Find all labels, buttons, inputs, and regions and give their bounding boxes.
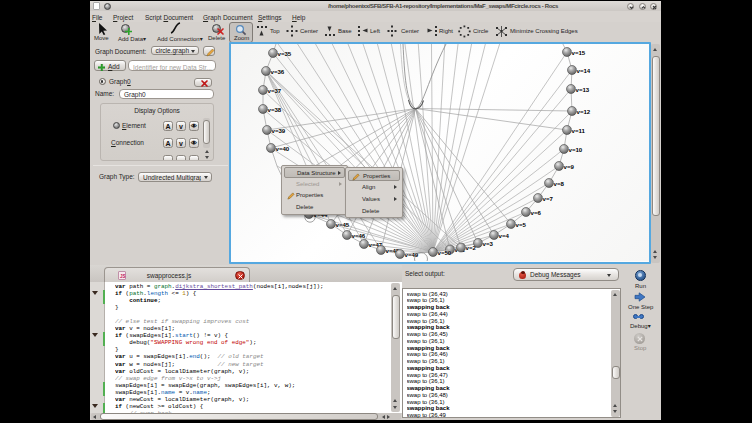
svg-text:v=9: v=9 [564, 163, 575, 170]
svg-text:v=12: v=12 [577, 108, 591, 115]
svg-text:v=14: v=14 [577, 67, 591, 74]
svg-text:v=36: v=36 [271, 68, 285, 75]
svg-text:v=11: v=11 [572, 127, 586, 134]
svg-text:v=15: v=15 [572, 49, 586, 56]
svg-text:v=10: v=10 [569, 146, 583, 153]
svg-text:v=5: v=5 [516, 221, 527, 228]
svg-text:v=38: v=38 [268, 106, 282, 113]
svg-text:v=40: v=40 [276, 145, 290, 152]
svg-text:v=7: v=7 [543, 195, 554, 202]
svg-text:v=3: v=3 [483, 240, 494, 247]
svg-text:v=37: v=37 [268, 87, 282, 94]
svg-text:v=4: v=4 [499, 232, 510, 239]
svg-text:v=6: v=6 [531, 209, 542, 216]
svg-text:v=46: v=46 [352, 232, 366, 239]
svg-text:v=50: v=50 [438, 249, 452, 256]
svg-text:v=13: v=13 [576, 86, 590, 93]
svg-text:v=35: v=35 [278, 50, 292, 57]
svg-text:v=49: v=49 [405, 251, 419, 258]
svg-text:v=45: v=45 [336, 221, 350, 228]
svg-text:v=39: v=39 [272, 127, 286, 134]
svg-text:v=8: v=8 [554, 180, 565, 187]
